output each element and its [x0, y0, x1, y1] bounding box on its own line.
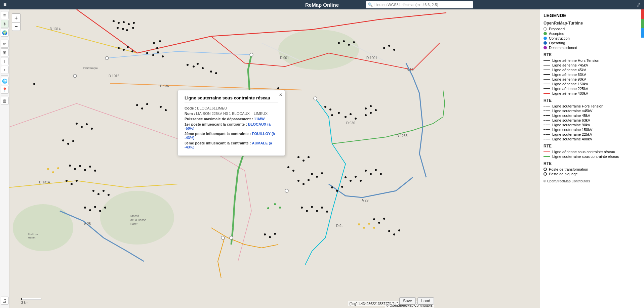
popup-close-button[interactable]: ×: [279, 92, 282, 97]
svg-point-59: [348, 44, 350, 46]
toolbar-separator-3: [1, 95, 8, 95]
svg-point-34: [118, 47, 120, 49]
svg-point-24: [33, 83, 35, 85]
popup-code-value: BLOCAL61LIMEU: [197, 106, 227, 110]
legend-circle-transfo: [544, 168, 547, 171]
swatch-blue: [641, 28, 644, 38]
svg-point-96: [308, 156, 310, 158]
zoom-in-button[interactable]: +: [12, 13, 21, 22]
toolbar-separator-1: [1, 38, 8, 38]
svg-text:D 936: D 936: [346, 121, 355, 125]
search-input[interactable]: [374, 3, 469, 7]
popup-poste3-label: 3ème poste influençant la contrainte :: [185, 141, 251, 145]
svg-point-91: [94, 206, 96, 208]
legend-label-accepted: Accepted: [549, 32, 564, 36]
dot-button[interactable]: •: [1, 66, 9, 74]
legend-dashed-sou-ht: [544, 106, 550, 106]
svg-point-1: [13, 204, 73, 251]
legend-dashed-sou-400: [544, 139, 550, 139]
svg-point-13: [230, 236, 233, 239]
svg-text:D 9..: D 9..: [336, 224, 343, 228]
popup-nom-label: Nom :: [185, 112, 195, 116]
legend-label-sou-ht: Ligne souterraine Hors Tension: [552, 104, 603, 108]
svg-point-18: [128, 23, 130, 25]
load-button[interactable]: Load: [417, 297, 434, 305]
layers-button[interactable]: ≡: [1, 11, 9, 19]
legend-item-proposed: Proposed: [544, 27, 641, 31]
sun-button[interactable]: ☀: [1, 20, 9, 28]
map-area[interactable]: D 1314 D 1015 D 936 D 901 D 1001 D 936 D…: [9, 9, 540, 308]
legend-label-sou-90: Ligne souterraine 90kV: [552, 123, 590, 127]
legend-panel: LEGENDE OpenReMap-Turbine Proposed Accep…: [540, 9, 644, 308]
svg-text:Helliet: Helliet: [28, 236, 36, 239]
svg-point-90: [89, 209, 91, 211]
legend-dot-decommissioned: [544, 46, 547, 49]
svg-point-80: [89, 166, 91, 168]
globe-button[interactable]: 🌐: [1, 77, 9, 85]
legend-label-aer-45: Ligne aérienne <45kV: [552, 63, 588, 67]
svg-point-107: [355, 176, 357, 178]
draw-button[interactable]: ✏: [1, 40, 9, 48]
legend-section-rte2: RTE: [544, 98, 641, 103]
svg-point-65: [329, 108, 331, 111]
legend-line-aer-225: [544, 88, 550, 89]
svg-point-62: [388, 45, 390, 47]
svg-point-40: [157, 51, 159, 53]
legend-item-aer-90: Ligne aérienne 90kV: [544, 77, 641, 81]
trash-button[interactable]: 🗑: [1, 97, 9, 105]
svg-point-20: [117, 27, 119, 29]
svg-point-77: [74, 168, 76, 170]
svg-point-29: [193, 65, 195, 68]
legend-label-sou-400: Ligne souterraine 400kV: [552, 137, 592, 141]
legend-item-aer-45: Ligne aérienne <45kV: [544, 63, 641, 67]
legend-label-poste-piquage: Poste de piquage: [549, 172, 578, 176]
svg-point-70: [370, 112, 372, 114]
legend-attribution: © OpenStreetMap Contributors: [544, 179, 641, 183]
svg-point-118: [365, 170, 367, 172]
legend-label-sou-63: Ligne souterraine 63kV: [552, 118, 590, 122]
svg-point-11: [314, 97, 317, 100]
swatch-red: [641, 9, 644, 19]
legend-item-aer-45b: Ligne aérienne 45kV: [544, 68, 641, 72]
left-toolbar: ≡ ☀ 🌍 ✏ ⊞ ↑ • 🌐 📍 🗑 🖨: [0, 9, 9, 308]
expand-icon[interactable]: ⤢: [636, 2, 641, 8]
scale-bar: 3 km: [21, 298, 41, 305]
legend-item-poste-piquage: Poste de piquage: [544, 172, 641, 176]
earth-button[interactable]: 🌍: [1, 29, 9, 37]
bookmark-button[interactable]: 📍: [1, 86, 9, 94]
svg-point-58: [343, 40, 345, 42]
svg-point-61: [383, 47, 385, 49]
menu-icon[interactable]: ≡: [3, 2, 6, 8]
svg-point-12: [285, 189, 288, 192]
scale-label: 3 km: [21, 301, 29, 305]
legend-item-contrainte-sou: Ligne souterraine sous contrainte réseau: [544, 155, 641, 159]
popup-nom-row: Nom : LIAISON 225kV N0 1 BLOCAUX – LIMEU…: [185, 112, 278, 116]
svg-point-108: [360, 180, 362, 182]
svg-point-32: [210, 71, 212, 73]
legend-item-sou-90: Ligne souterraine 90kV: [544, 123, 641, 127]
zoom-out-button[interactable]: −: [12, 22, 21, 31]
legend-dot-operating: [544, 41, 547, 45]
legend-section-rte4: RTE: [544, 161, 641, 166]
svg-point-60: [353, 41, 355, 43]
measure-button[interactable]: ⊞: [1, 48, 9, 56]
svg-point-93: [104, 207, 106, 209]
svg-point-104: [308, 179, 310, 181]
svg-point-27: [156, 47, 158, 49]
popup-poste2-row: 2ème poste influençant la contrainte : F…: [185, 132, 278, 140]
legend-item-contrainte-aer: Ligne aérienne sous contrainte réseau: [544, 150, 641, 154]
svg-point-103: [303, 183, 305, 185]
legend-label-sou-45: Ligne souterraine <45kV: [552, 109, 593, 113]
legend-label-aer-ht: Ligne aérienne Hors Tension: [552, 58, 599, 62]
arrow-button[interactable]: ↑: [1, 57, 9, 65]
svg-point-48: [72, 140, 74, 142]
print-button[interactable]: 🖨: [1, 297, 9, 305]
legend-item-sou-63: Ligne souterraine 63kV: [544, 118, 641, 122]
legend-label-proposed: Proposed: [549, 27, 565, 31]
svg-text:A 28: A 28: [84, 222, 91, 226]
svg-point-3: [278, 30, 359, 70]
svg-point-102: [297, 180, 299, 182]
legend-label-contrainte-aer: Ligne aérienne sous contrainte réseau: [552, 150, 615, 154]
popup-puissance-label: Puissance maximale de dépassement :: [185, 117, 253, 121]
save-button[interactable]: Save: [399, 297, 416, 305]
